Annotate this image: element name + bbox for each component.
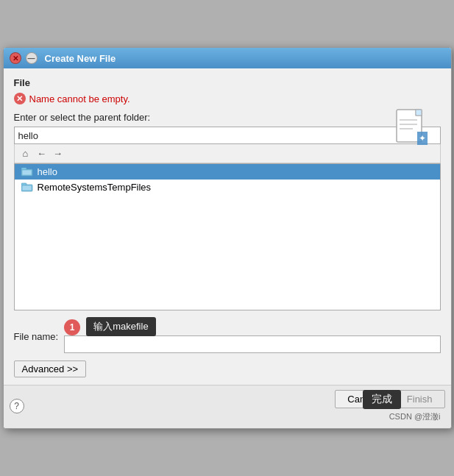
svg-rect-10 bbox=[22, 170, 32, 175]
bottom-row: ? Cancel 2 完成 Finish CSDN @澄澈i bbox=[4, 385, 451, 428]
step-badge-1: 1 bbox=[64, 319, 80, 335]
dialog-body: File ✕ Name cannot be empty. ✦ bbox=[4, 68, 451, 385]
folder-icon-hello bbox=[21, 167, 34, 177]
filename-input-wrap: 1 输入makefile bbox=[64, 319, 440, 353]
file-icon: ✦ bbox=[395, 108, 430, 146]
finish-wrap: 2 完成 Finish bbox=[394, 390, 445, 408]
titlebar: ✕ — Create New File bbox=[4, 48, 451, 68]
tree-item-hello-label: hello bbox=[38, 166, 57, 177]
filename-input[interactable] bbox=[64, 335, 440, 353]
folder-icon-remote bbox=[21, 182, 34, 193]
back-button[interactable]: ← bbox=[34, 146, 50, 161]
svg-rect-12 bbox=[21, 183, 26, 185]
svg-rect-2 bbox=[416, 110, 422, 116]
filename-label: File name: bbox=[14, 331, 59, 342]
folder-toolbar: ⌂ ← → bbox=[14, 144, 441, 163]
csdn-badge: CSDN @澄澈i bbox=[389, 410, 445, 422]
filename-row: File name: 1 输入makefile bbox=[14, 319, 441, 353]
tree-item-hello[interactable]: hello bbox=[15, 164, 440, 180]
finish-tooltip: 完成 bbox=[363, 390, 401, 409]
advanced-button[interactable]: Advanced >> bbox=[14, 360, 87, 377]
error-icon: ✕ bbox=[14, 93, 26, 104]
help-button[interactable]: ? bbox=[10, 399, 24, 413]
folder-path-input[interactable] bbox=[14, 127, 441, 144]
tree-item-remotesystemstempfiles[interactable]: RemoteSystemsTempFiles bbox=[15, 180, 440, 195]
svg-text:✦: ✦ bbox=[419, 133, 426, 143]
svg-rect-13 bbox=[22, 185, 32, 191]
svg-rect-9 bbox=[21, 168, 26, 170]
parent-folder-label: Enter or select the parent folder: bbox=[14, 112, 441, 123]
home-button[interactable]: ⌂ bbox=[18, 146, 34, 161]
error-text: Name cannot be empty. bbox=[29, 93, 130, 104]
tree-item-remote-label: RemoteSystemsTempFiles bbox=[38, 182, 152, 193]
finish-button[interactable]: Finish bbox=[394, 390, 445, 408]
bottom-buttons: Cancel 2 完成 Finish bbox=[335, 390, 444, 408]
folder-tree[interactable]: hello RemoteSystemsTempFiles bbox=[14, 163, 441, 310]
close-button[interactable]: ✕ bbox=[10, 52, 21, 64]
filename-tooltip: 输入makefile bbox=[86, 317, 155, 336]
dialog-title: Create New File bbox=[45, 53, 116, 64]
minimize-button[interactable]: — bbox=[26, 52, 38, 64]
file-section-header: File bbox=[14, 77, 441, 88]
create-new-file-dialog: ✕ — Create New File File ✕ Name cannot b… bbox=[3, 47, 452, 429]
forward-button[interactable]: → bbox=[50, 146, 66, 161]
error-row: ✕ Name cannot be empty. bbox=[14, 93, 441, 104]
